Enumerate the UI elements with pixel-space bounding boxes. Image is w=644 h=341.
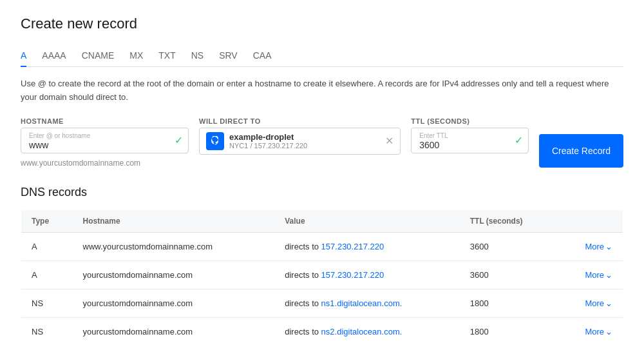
ttl-input-wrapper: Enter TTL ✓ bbox=[411, 128, 529, 153]
droplet-name: example-droplet bbox=[229, 132, 380, 142]
col-hostname: Hostname bbox=[73, 209, 275, 232]
create-record-button[interactable]: Create Record bbox=[539, 134, 623, 168]
table-row: A yourcustomdomainname.com directs to 15… bbox=[21, 260, 623, 289]
chevron-down-icon: ⌄ bbox=[605, 327, 612, 336]
tab-TXT[interactable]: TXT bbox=[158, 45, 175, 67]
more-button[interactable]: More ⌄ bbox=[585, 327, 612, 336]
tab-A[interactable]: A bbox=[21, 45, 26, 67]
ttl-label: TTL (SECONDS) bbox=[411, 117, 529, 125]
cell-type: NS bbox=[21, 317, 73, 341]
cell-hostname: yourcustomdomainname.com bbox=[73, 260, 275, 289]
ttl-check-icon: ✓ bbox=[509, 134, 528, 146]
col-ttl: TTL (seconds) bbox=[460, 209, 558, 232]
cell-actions: More ⌄ bbox=[558, 289, 623, 317]
tab-AAAA[interactable]: AAAA bbox=[42, 45, 66, 67]
dns-section-title: DNS records bbox=[21, 186, 623, 199]
droplet-selector[interactable]: example-droplet NYC1 / 157.230.217.220 ✕ bbox=[199, 128, 401, 155]
cell-actions: More ⌄ bbox=[558, 260, 623, 289]
form-description: Use @ to create the record at the root o… bbox=[21, 77, 623, 104]
col-value: Value bbox=[274, 209, 460, 232]
cell-ttl: 3600 bbox=[460, 232, 558, 260]
cell-ttl: 1800 bbox=[460, 289, 558, 317]
clear-droplet-icon[interactable]: ✕ bbox=[385, 135, 393, 147]
direct-to-label: WILL DIRECT TO bbox=[199, 117, 401, 125]
cell-hostname: yourcustomdomainname.com bbox=[73, 289, 275, 317]
tab-NS[interactable]: NS bbox=[191, 45, 204, 67]
hostname-check-icon: ✓ bbox=[169, 134, 188, 146]
ttl-input[interactable] bbox=[412, 128, 509, 153]
chevron-down-icon: ⌄ bbox=[605, 242, 612, 251]
page-title: Create new record bbox=[21, 15, 623, 32]
col-type: Type bbox=[21, 209, 73, 232]
cell-value: directs to ns2.digitalocean.com. bbox=[274, 317, 460, 341]
hostname-label: HOSTNAME bbox=[21, 117, 189, 125]
chevron-down-icon: ⌄ bbox=[605, 270, 612, 280]
dns-records-table: Type Hostname Value TTL (seconds) A www.… bbox=[21, 209, 623, 341]
cell-value-link: 157.230.217.220 bbox=[321, 270, 384, 280]
more-button[interactable]: More ⌄ bbox=[585, 270, 612, 280]
table-header-row: Type Hostname Value TTL (seconds) bbox=[21, 209, 623, 232]
col-actions bbox=[558, 209, 623, 232]
table-row: NS yourcustomdomainname.com directs to n… bbox=[21, 317, 623, 341]
create-record-form: HOSTNAME Enter @ or hostname ✓ www.yourc… bbox=[21, 117, 623, 168]
cell-actions: More ⌄ bbox=[558, 317, 623, 341]
droplet-info: example-droplet NYC1 / 157.230.217.220 bbox=[229, 132, 380, 150]
tab-SRV[interactable]: SRV bbox=[219, 45, 238, 67]
cell-value: directs to ns1.digitalocean.com. bbox=[274, 289, 460, 317]
hostname-input-wrapper: Enter @ or hostname ✓ bbox=[21, 128, 189, 153]
cell-type: NS bbox=[21, 289, 73, 317]
cell-ttl: 3600 bbox=[460, 260, 558, 289]
cell-actions: More ⌄ bbox=[558, 232, 623, 260]
tab-CAA[interactable]: CAA bbox=[253, 45, 272, 67]
table-row: NS yourcustomdomainname.com directs to n… bbox=[21, 289, 623, 317]
cell-value: directs to 157.230.217.220 bbox=[274, 232, 460, 260]
tab-CNAME[interactable]: CNAME bbox=[82, 45, 115, 67]
cell-hostname: yourcustomdomainname.com bbox=[73, 317, 275, 341]
cell-value-link: 157.230.217.220 bbox=[321, 242, 384, 251]
domain-preview: www.yourcustomdomainname.com bbox=[21, 159, 189, 168]
cell-ttl: 1800 bbox=[460, 317, 558, 341]
droplet-icon bbox=[206, 132, 224, 150]
direct-to-group: WILL DIRECT TO example-droplet NYC1 / 15… bbox=[199, 117, 401, 155]
cell-hostname: www.yourcustomdomainname.com bbox=[73, 232, 275, 260]
ttl-group: TTL (SECONDS) Enter TTL ✓ bbox=[411, 117, 529, 153]
hostname-input[interactable] bbox=[21, 128, 169, 153]
chevron-down-icon: ⌄ bbox=[605, 298, 612, 308]
record-type-tabs: A AAAA CNAME MX TXT NS SRV CAA bbox=[21, 45, 623, 67]
cell-value-link: ns1.digitalocean.com. bbox=[321, 298, 402, 308]
cell-value-link: ns2.digitalocean.com. bbox=[321, 327, 402, 336]
more-button[interactable]: More ⌄ bbox=[585, 242, 612, 251]
droplet-sub: NYC1 / 157.230.217.220 bbox=[229, 142, 380, 150]
tab-MX[interactable]: MX bbox=[129, 45, 143, 67]
cell-type: A bbox=[21, 232, 73, 260]
table-row: A www.yourcustomdomainname.com directs t… bbox=[21, 232, 623, 260]
more-button[interactable]: More ⌄ bbox=[585, 298, 612, 308]
cell-value: directs to 157.230.217.220 bbox=[274, 260, 460, 289]
hostname-group: HOSTNAME Enter @ or hostname ✓ www.yourc… bbox=[21, 117, 189, 168]
cell-type: A bbox=[21, 260, 73, 289]
